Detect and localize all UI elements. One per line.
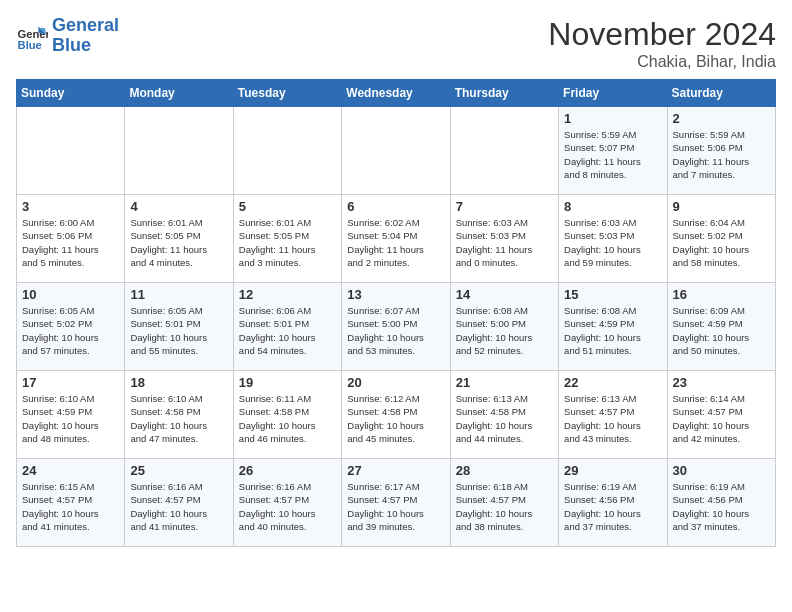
day-info: Sunrise: 6:08 AM Sunset: 4:59 PM Dayligh…: [564, 304, 661, 357]
day-info: Sunrise: 6:00 AM Sunset: 5:06 PM Dayligh…: [22, 216, 119, 269]
calendar-cell: 29Sunrise: 6:19 AM Sunset: 4:56 PM Dayli…: [559, 459, 667, 547]
weekday-header-tuesday: Tuesday: [233, 80, 341, 107]
day-info: Sunrise: 6:10 AM Sunset: 4:58 PM Dayligh…: [130, 392, 227, 445]
weekday-header-thursday: Thursday: [450, 80, 558, 107]
calendar-cell: [233, 107, 341, 195]
svg-text:Blue: Blue: [18, 39, 42, 51]
day-number: 27: [347, 463, 444, 478]
day-info: Sunrise: 6:02 AM Sunset: 5:04 PM Dayligh…: [347, 216, 444, 269]
day-number: 24: [22, 463, 119, 478]
day-number: 30: [673, 463, 770, 478]
day-info: Sunrise: 6:06 AM Sunset: 5:01 PM Dayligh…: [239, 304, 336, 357]
day-info: Sunrise: 6:08 AM Sunset: 5:00 PM Dayligh…: [456, 304, 553, 357]
day-info: Sunrise: 6:16 AM Sunset: 4:57 PM Dayligh…: [239, 480, 336, 533]
day-info: Sunrise: 6:07 AM Sunset: 5:00 PM Dayligh…: [347, 304, 444, 357]
logo-text-line2: Blue: [52, 36, 119, 56]
calendar-cell: 20Sunrise: 6:12 AM Sunset: 4:58 PM Dayli…: [342, 371, 450, 459]
day-number: 2: [673, 111, 770, 126]
calendar-cell: 9Sunrise: 6:04 AM Sunset: 5:02 PM Daylig…: [667, 195, 775, 283]
calendar-cell: 12Sunrise: 6:06 AM Sunset: 5:01 PM Dayli…: [233, 283, 341, 371]
calendar-cell: 19Sunrise: 6:11 AM Sunset: 4:58 PM Dayli…: [233, 371, 341, 459]
day-number: 13: [347, 287, 444, 302]
day-number: 28: [456, 463, 553, 478]
calendar-cell: 21Sunrise: 6:13 AM Sunset: 4:58 PM Dayli…: [450, 371, 558, 459]
calendar-week-row: 1Sunrise: 5:59 AM Sunset: 5:07 PM Daylig…: [17, 107, 776, 195]
calendar-cell: 16Sunrise: 6:09 AM Sunset: 4:59 PM Dayli…: [667, 283, 775, 371]
day-info: Sunrise: 6:13 AM Sunset: 4:57 PM Dayligh…: [564, 392, 661, 445]
day-info: Sunrise: 6:05 AM Sunset: 5:02 PM Dayligh…: [22, 304, 119, 357]
calendar-cell: 28Sunrise: 6:18 AM Sunset: 4:57 PM Dayli…: [450, 459, 558, 547]
day-info: Sunrise: 6:17 AM Sunset: 4:57 PM Dayligh…: [347, 480, 444, 533]
calendar-cell: 27Sunrise: 6:17 AM Sunset: 4:57 PM Dayli…: [342, 459, 450, 547]
day-number: 8: [564, 199, 661, 214]
day-info: Sunrise: 6:04 AM Sunset: 5:02 PM Dayligh…: [673, 216, 770, 269]
day-info: Sunrise: 6:13 AM Sunset: 4:58 PM Dayligh…: [456, 392, 553, 445]
day-info: Sunrise: 6:12 AM Sunset: 4:58 PM Dayligh…: [347, 392, 444, 445]
calendar-cell: 13Sunrise: 6:07 AM Sunset: 5:00 PM Dayli…: [342, 283, 450, 371]
calendar-cell: 3Sunrise: 6:00 AM Sunset: 5:06 PM Daylig…: [17, 195, 125, 283]
calendar-cell: 4Sunrise: 6:01 AM Sunset: 5:05 PM Daylig…: [125, 195, 233, 283]
calendar-cell: [17, 107, 125, 195]
page-header: General Blue General Blue November 2024 …: [16, 16, 776, 71]
calendar-cell: 24Sunrise: 6:15 AM Sunset: 4:57 PM Dayli…: [17, 459, 125, 547]
day-info: Sunrise: 5:59 AM Sunset: 5:07 PM Dayligh…: [564, 128, 661, 181]
day-number: 21: [456, 375, 553, 390]
day-info: Sunrise: 6:14 AM Sunset: 4:57 PM Dayligh…: [673, 392, 770, 445]
day-number: 14: [456, 287, 553, 302]
day-info: Sunrise: 6:19 AM Sunset: 4:56 PM Dayligh…: [673, 480, 770, 533]
day-info: Sunrise: 6:01 AM Sunset: 5:05 PM Dayligh…: [239, 216, 336, 269]
logo-text-line1: General: [52, 16, 119, 36]
day-info: Sunrise: 6:16 AM Sunset: 4:57 PM Dayligh…: [130, 480, 227, 533]
day-info: Sunrise: 6:19 AM Sunset: 4:56 PM Dayligh…: [564, 480, 661, 533]
calendar-table: SundayMondayTuesdayWednesdayThursdayFrid…: [16, 79, 776, 547]
calendar-cell: [342, 107, 450, 195]
day-number: 7: [456, 199, 553, 214]
calendar-week-row: 17Sunrise: 6:10 AM Sunset: 4:59 PM Dayli…: [17, 371, 776, 459]
calendar-cell: 1Sunrise: 5:59 AM Sunset: 5:07 PM Daylig…: [559, 107, 667, 195]
location-subtitle: Chakia, Bihar, India: [548, 53, 776, 71]
calendar-cell: 7Sunrise: 6:03 AM Sunset: 5:03 PM Daylig…: [450, 195, 558, 283]
calendar-cell: 15Sunrise: 6:08 AM Sunset: 4:59 PM Dayli…: [559, 283, 667, 371]
day-number: 5: [239, 199, 336, 214]
day-info: Sunrise: 6:09 AM Sunset: 4:59 PM Dayligh…: [673, 304, 770, 357]
calendar-cell: 23Sunrise: 6:14 AM Sunset: 4:57 PM Dayli…: [667, 371, 775, 459]
calendar-week-row: 3Sunrise: 6:00 AM Sunset: 5:06 PM Daylig…: [17, 195, 776, 283]
day-number: 18: [130, 375, 227, 390]
weekday-header-row: SundayMondayTuesdayWednesdayThursdayFrid…: [17, 80, 776, 107]
day-info: Sunrise: 6:10 AM Sunset: 4:59 PM Dayligh…: [22, 392, 119, 445]
calendar-week-row: 24Sunrise: 6:15 AM Sunset: 4:57 PM Dayli…: [17, 459, 776, 547]
day-number: 20: [347, 375, 444, 390]
day-info: Sunrise: 6:01 AM Sunset: 5:05 PM Dayligh…: [130, 216, 227, 269]
day-info: Sunrise: 6:03 AM Sunset: 5:03 PM Dayligh…: [564, 216, 661, 269]
calendar-cell: 2Sunrise: 5:59 AM Sunset: 5:06 PM Daylig…: [667, 107, 775, 195]
calendar-cell: [125, 107, 233, 195]
weekday-header-sunday: Sunday: [17, 80, 125, 107]
logo-icon: General Blue: [16, 20, 48, 52]
day-number: 25: [130, 463, 227, 478]
day-info: Sunrise: 6:11 AM Sunset: 4:58 PM Dayligh…: [239, 392, 336, 445]
weekday-header-friday: Friday: [559, 80, 667, 107]
title-block: November 2024 Chakia, Bihar, India: [548, 16, 776, 71]
day-number: 6: [347, 199, 444, 214]
day-info: Sunrise: 6:15 AM Sunset: 4:57 PM Dayligh…: [22, 480, 119, 533]
day-number: 9: [673, 199, 770, 214]
calendar-cell: 22Sunrise: 6:13 AM Sunset: 4:57 PM Dayli…: [559, 371, 667, 459]
day-number: 16: [673, 287, 770, 302]
calendar-cell: [450, 107, 558, 195]
day-info: Sunrise: 5:59 AM Sunset: 5:06 PM Dayligh…: [673, 128, 770, 181]
calendar-cell: 5Sunrise: 6:01 AM Sunset: 5:05 PM Daylig…: [233, 195, 341, 283]
day-number: 11: [130, 287, 227, 302]
day-number: 22: [564, 375, 661, 390]
day-info: Sunrise: 6:18 AM Sunset: 4:57 PM Dayligh…: [456, 480, 553, 533]
day-number: 12: [239, 287, 336, 302]
day-number: 29: [564, 463, 661, 478]
weekday-header-wednesday: Wednesday: [342, 80, 450, 107]
logo: General Blue General Blue: [16, 16, 119, 56]
calendar-cell: 6Sunrise: 6:02 AM Sunset: 5:04 PM Daylig…: [342, 195, 450, 283]
day-info: Sunrise: 6:05 AM Sunset: 5:01 PM Dayligh…: [130, 304, 227, 357]
calendar-cell: 17Sunrise: 6:10 AM Sunset: 4:59 PM Dayli…: [17, 371, 125, 459]
calendar-cell: 8Sunrise: 6:03 AM Sunset: 5:03 PM Daylig…: [559, 195, 667, 283]
day-number: 19: [239, 375, 336, 390]
day-number: 10: [22, 287, 119, 302]
day-number: 15: [564, 287, 661, 302]
